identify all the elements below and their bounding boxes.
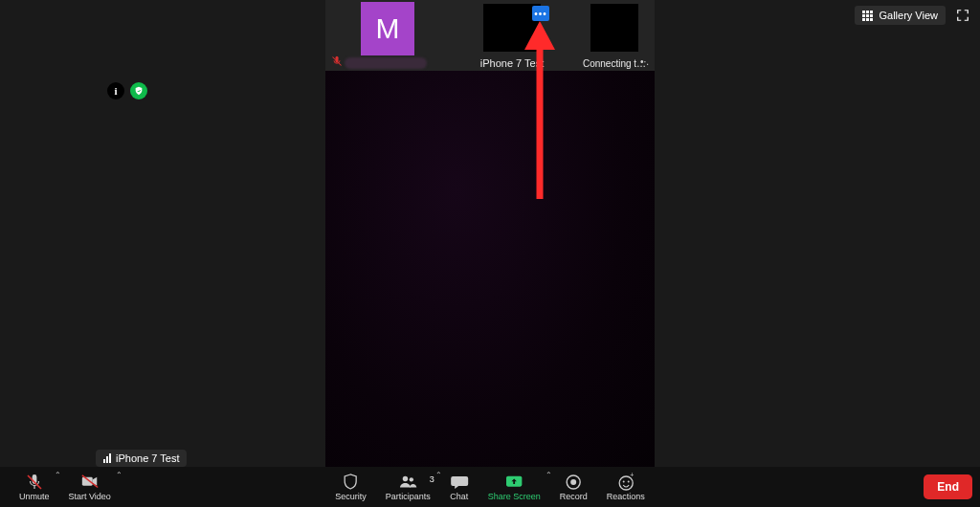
fullscreen-icon [956, 9, 969, 22]
participant-tile-1[interactable]: M [325, 0, 450, 71]
fullscreen-button[interactable] [953, 6, 972, 25]
toolbar-label: Record [560, 492, 588, 501]
shield-icon [341, 474, 360, 491]
svg-point-11 [570, 479, 576, 485]
camera-off-icon [80, 474, 100, 491]
end-meeting-button[interactable]: End [924, 474, 972, 499]
unmute-button[interactable]: Unmute ⌃ [10, 467, 59, 507]
toolbar-label: Unmute [19, 492, 50, 501]
participant-strip: M iPhone 7 Test Connecting t… •·. [325, 0, 655, 71]
reactions-button[interactable]: + Reactions [597, 467, 655, 507]
svg-point-13 [622, 480, 624, 482]
chat-icon [450, 474, 469, 491]
mic-muted-icon [331, 55, 343, 67]
chat-button[interactable]: Chat [440, 467, 479, 507]
avatar-initial: M [376, 12, 400, 45]
toolbar-label: Start Video [69, 492, 111, 501]
meeting-info-badges: i [107, 82, 147, 99]
share-screen-button[interactable]: Share Screen ⌃ [479, 467, 550, 507]
audio-source-tooltip: iPhone 7 Test [96, 450, 187, 467]
loading-dots-icon: •·. [640, 56, 649, 67]
toolbar-label: Security [335, 492, 367, 501]
svg-point-8 [410, 477, 413, 481]
svg-point-7 [403, 476, 408, 481]
svg-point-12 [619, 476, 633, 490]
people-icon [398, 474, 417, 491]
svg-text:+: + [630, 473, 634, 478]
share-screen-icon [504, 474, 523, 491]
participants-count: 3 [430, 474, 434, 484]
toolbar-label: Reactions [607, 492, 645, 501]
participant-more-options-button[interactable]: ••• [532, 6, 549, 21]
video-thumbnail [590, 4, 638, 52]
record-button[interactable]: Record [550, 467, 597, 507]
avatar: M [361, 2, 414, 55]
record-icon [564, 474, 583, 491]
signal-bars-icon [103, 453, 111, 463]
participant-tile-3[interactable]: Connecting t… •·. [574, 0, 655, 71]
meeting-info-icon[interactable]: i [107, 82, 124, 99]
active-speaker-view [325, 71, 655, 469]
gallery-view-button[interactable]: Gallery View [855, 6, 946, 25]
meeting-toolbar: Unmute ⌃ Start Video ⌃ Security 3 Partic… [0, 467, 980, 507]
chevron-up-icon[interactable]: ⌃ [116, 471, 122, 479]
grid-icon [862, 11, 873, 21]
svg-marker-2 [524, 21, 555, 50]
participant-name-redacted [345, 57, 427, 69]
security-button[interactable]: Security [325, 467, 376, 507]
reactions-icon: + [616, 474, 635, 491]
mic-muted-icon [25, 474, 44, 491]
gallery-view-label: Gallery View [879, 10, 938, 21]
toolbar-label: Participants [386, 492, 431, 501]
svg-point-14 [627, 480, 629, 482]
toolbar-label: Share Screen [488, 492, 541, 501]
start-video-button[interactable]: Start Video ⌃ [59, 467, 121, 507]
encryption-shield-icon[interactable] [130, 82, 147, 99]
participants-button[interactable]: 3 Participants ⌃ [376, 467, 440, 507]
toolbar-label: Chat [450, 492, 468, 501]
audio-source-label: iPhone 7 Test [116, 452, 179, 464]
